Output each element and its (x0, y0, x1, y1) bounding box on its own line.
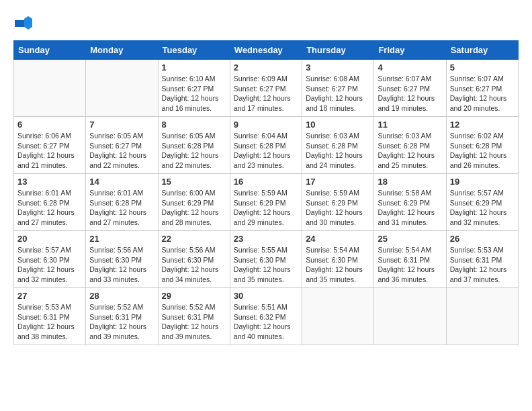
day-info: Sunrise: 5:52 AM Sunset: 6:31 PM Dayligh… (89, 302, 154, 342)
day-info: Sunrise: 6:08 AM Sunset: 6:27 PM Dayligh… (306, 74, 370, 113)
day-number: 19 (450, 177, 515, 187)
day-number: 14 (89, 177, 154, 187)
weekday-header-tuesday: Tuesday (158, 41, 230, 60)
day-info: Sunrise: 5:59 AM Sunset: 6:29 PM Dayligh… (234, 188, 298, 228)
calendar-cell: 5Sunrise: 6:07 AM Sunset: 6:27 PM Daylig… (446, 60, 518, 117)
calendar-cell (374, 288, 446, 345)
day-info: Sunrise: 6:05 AM Sunset: 6:27 PM Dayligh… (89, 131, 154, 171)
calendar-cell: 20Sunrise: 5:57 AM Sunset: 6:30 PM Dayli… (14, 231, 86, 288)
calendar-cell: 2Sunrise: 6:09 AM Sunset: 6:27 PM Daylig… (230, 60, 302, 117)
calendar-cell: 13Sunrise: 6:01 AM Sunset: 6:28 PM Dayli… (14, 174, 86, 231)
page-header (13, 13, 519, 34)
day-info: Sunrise: 5:56 AM Sunset: 6:30 PM Dayligh… (89, 245, 154, 285)
calendar-cell: 15Sunrise: 6:00 AM Sunset: 6:29 PM Dayli… (158, 174, 230, 231)
day-number: 22 (162, 234, 226, 244)
calendar-cell: 12Sunrise: 6:02 AM Sunset: 6:28 PM Dayli… (446, 117, 518, 174)
day-number: 11 (378, 120, 442, 130)
day-number: 30 (234, 291, 298, 301)
svg-marker-2 (24, 16, 32, 30)
day-info: Sunrise: 5:58 AM Sunset: 6:29 PM Dayligh… (378, 188, 442, 228)
day-info: Sunrise: 6:07 AM Sunset: 6:27 PM Dayligh… (450, 74, 515, 113)
weekday-header-row: SundayMondayTuesdayWednesdayThursdayFrid… (14, 41, 519, 60)
day-info: Sunrise: 6:07 AM Sunset: 6:27 PM Dayligh… (378, 74, 442, 113)
logo-icon (13, 13, 34, 34)
day-info: Sunrise: 6:03 AM Sunset: 6:28 PM Dayligh… (306, 131, 370, 171)
calendar-cell: 16Sunrise: 5:59 AM Sunset: 6:29 PM Dayli… (230, 174, 302, 231)
calendar-cell: 27Sunrise: 5:53 AM Sunset: 6:31 PM Dayli… (14, 288, 86, 345)
calendar-cell: 10Sunrise: 6:03 AM Sunset: 6:28 PM Dayli… (302, 117, 374, 174)
calendar-cell: 18Sunrise: 5:58 AM Sunset: 6:29 PM Dayli… (374, 174, 446, 231)
calendar-cell: 11Sunrise: 6:03 AM Sunset: 6:28 PM Dayli… (374, 117, 446, 174)
day-info: Sunrise: 5:54 AM Sunset: 6:30 PM Dayligh… (306, 245, 370, 285)
calendar-cell: 24Sunrise: 5:54 AM Sunset: 6:30 PM Dayli… (302, 231, 374, 288)
weekday-header-friday: Friday (374, 41, 446, 60)
calendar-week-1: 1Sunrise: 6:10 AM Sunset: 6:27 PM Daylig… (14, 60, 519, 117)
weekday-header-monday: Monday (86, 41, 158, 60)
day-info: Sunrise: 6:01 AM Sunset: 6:28 PM Dayligh… (17, 188, 82, 228)
day-info: Sunrise: 6:09 AM Sunset: 6:27 PM Dayligh… (234, 74, 298, 113)
calendar-cell (446, 288, 518, 345)
calendar-cell: 21Sunrise: 5:56 AM Sunset: 6:30 PM Dayli… (86, 231, 158, 288)
day-info: Sunrise: 5:56 AM Sunset: 6:30 PM Dayligh… (162, 245, 226, 285)
day-number: 8 (162, 120, 226, 130)
calendar-cell: 14Sunrise: 6:01 AM Sunset: 6:28 PM Dayli… (86, 174, 158, 231)
day-info: Sunrise: 5:52 AM Sunset: 6:31 PM Dayligh… (162, 302, 226, 342)
day-number: 21 (89, 234, 154, 244)
calendar-cell: 9Sunrise: 6:04 AM Sunset: 6:28 PM Daylig… (230, 117, 302, 174)
calendar-cell: 4Sunrise: 6:07 AM Sunset: 6:27 PM Daylig… (374, 60, 446, 117)
day-number: 4 (378, 62, 442, 73)
calendar-cell: 8Sunrise: 6:05 AM Sunset: 6:28 PM Daylig… (158, 117, 230, 174)
day-number: 29 (162, 291, 226, 301)
day-info: Sunrise: 5:54 AM Sunset: 6:31 PM Dayligh… (378, 245, 442, 285)
day-info: Sunrise: 6:04 AM Sunset: 6:28 PM Dayligh… (234, 131, 298, 171)
calendar-cell: 22Sunrise: 5:56 AM Sunset: 6:30 PM Dayli… (158, 231, 230, 288)
calendar-week-3: 13Sunrise: 6:01 AM Sunset: 6:28 PM Dayli… (14, 174, 519, 231)
calendar-cell: 26Sunrise: 5:53 AM Sunset: 6:31 PM Dayli… (446, 231, 518, 288)
day-info: Sunrise: 6:10 AM Sunset: 6:27 PM Dayligh… (162, 74, 226, 113)
day-info: Sunrise: 5:51 AM Sunset: 6:32 PM Dayligh… (234, 302, 298, 342)
calendar-cell (86, 60, 158, 117)
day-number: 28 (89, 291, 154, 301)
calendar-cell: 29Sunrise: 5:52 AM Sunset: 6:31 PM Dayli… (158, 288, 230, 345)
day-number: 17 (306, 177, 370, 187)
day-info: Sunrise: 5:57 AM Sunset: 6:29 PM Dayligh… (450, 188, 515, 228)
calendar-cell: 17Sunrise: 5:59 AM Sunset: 6:29 PM Dayli… (302, 174, 374, 231)
calendar-week-4: 20Sunrise: 5:57 AM Sunset: 6:30 PM Dayli… (14, 231, 519, 288)
day-number: 25 (378, 234, 442, 244)
calendar-cell: 19Sunrise: 5:57 AM Sunset: 6:29 PM Dayli… (446, 174, 518, 231)
calendar-week-2: 6Sunrise: 6:06 AM Sunset: 6:27 PM Daylig… (14, 117, 519, 174)
calendar-cell: 7Sunrise: 6:05 AM Sunset: 6:27 PM Daylig… (86, 117, 158, 174)
day-info: Sunrise: 5:59 AM Sunset: 6:29 PM Dayligh… (306, 188, 370, 228)
day-number: 13 (17, 177, 82, 187)
calendar-cell (302, 288, 374, 345)
day-info: Sunrise: 6:05 AM Sunset: 6:28 PM Dayligh… (162, 131, 226, 171)
day-number: 20 (17, 234, 82, 244)
day-number: 3 (306, 62, 370, 73)
weekday-header-wednesday: Wednesday (230, 41, 302, 60)
calendar-cell: 28Sunrise: 5:52 AM Sunset: 6:31 PM Dayli… (86, 288, 158, 345)
weekday-header-thursday: Thursday (302, 41, 374, 60)
logo (13, 13, 36, 34)
day-info: Sunrise: 6:02 AM Sunset: 6:28 PM Dayligh… (450, 131, 515, 171)
day-number: 5 (450, 62, 515, 73)
day-info: Sunrise: 5:57 AM Sunset: 6:30 PM Dayligh… (17, 245, 82, 285)
calendar-cell (14, 60, 86, 117)
calendar-cell: 6Sunrise: 6:06 AM Sunset: 6:27 PM Daylig… (14, 117, 86, 174)
day-number: 12 (450, 120, 515, 130)
day-number: 27 (17, 291, 82, 301)
day-info: Sunrise: 5:53 AM Sunset: 6:31 PM Dayligh… (17, 302, 82, 342)
calendar-cell: 23Sunrise: 5:55 AM Sunset: 6:30 PM Dayli… (230, 231, 302, 288)
day-info: Sunrise: 6:01 AM Sunset: 6:28 PM Dayligh… (89, 188, 154, 228)
day-number: 18 (378, 177, 442, 187)
svg-marker-3 (15, 20, 24, 27)
calendar-cell: 30Sunrise: 5:51 AM Sunset: 6:32 PM Dayli… (230, 288, 302, 345)
day-number: 16 (234, 177, 298, 187)
day-number: 23 (234, 234, 298, 244)
calendar-cell: 1Sunrise: 6:10 AM Sunset: 6:27 PM Daylig… (158, 60, 230, 117)
day-info: Sunrise: 6:03 AM Sunset: 6:28 PM Dayligh… (378, 131, 442, 171)
day-info: Sunrise: 6:06 AM Sunset: 6:27 PM Dayligh… (17, 131, 82, 171)
calendar-cell: 25Sunrise: 5:54 AM Sunset: 6:31 PM Dayli… (374, 231, 446, 288)
day-info: Sunrise: 6:00 AM Sunset: 6:29 PM Dayligh… (162, 188, 226, 228)
day-number: 6 (17, 120, 82, 130)
day-number: 2 (234, 62, 298, 73)
